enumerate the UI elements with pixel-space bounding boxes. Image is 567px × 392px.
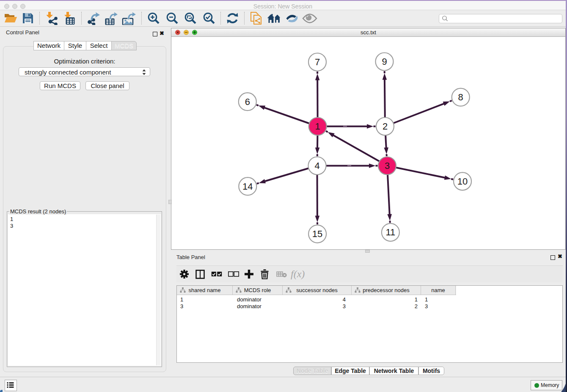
svg-text:10: 10 [457, 176, 468, 187]
svg-text:7: 7 [315, 57, 320, 67]
svg-text:14: 14 [242, 181, 253, 192]
svg-text:3: 3 [385, 160, 390, 171]
svg-text:9: 9 [382, 56, 387, 67]
svg-text:4: 4 [314, 160, 319, 171]
svg-text:8: 8 [458, 92, 463, 102]
svg-text:11: 11 [385, 227, 395, 237]
svg-text:6: 6 [245, 97, 250, 107]
svg-text:15: 15 [312, 229, 322, 239]
svg-text:1: 1 [315, 121, 320, 132]
svg-text:2: 2 [383, 121, 388, 132]
